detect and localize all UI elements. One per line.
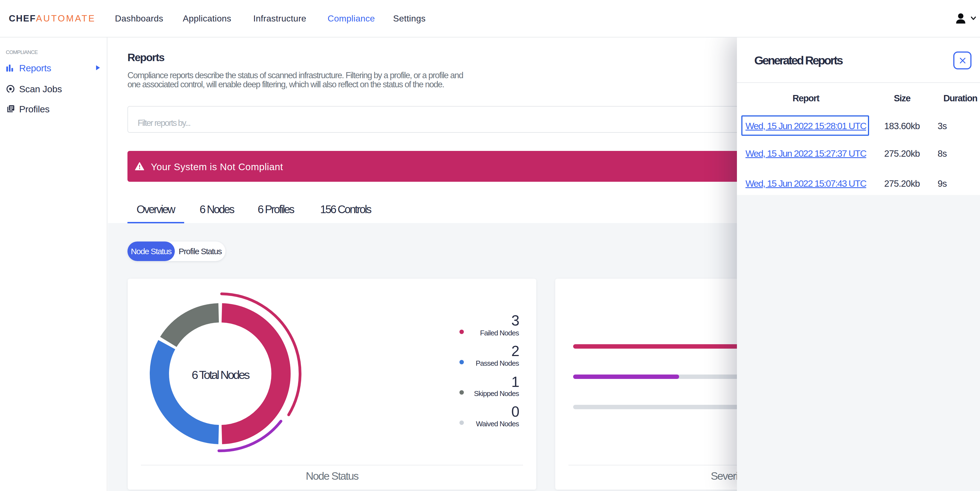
svg-text:6 Total Nodes: 6 Total Nodes — [192, 368, 250, 381]
